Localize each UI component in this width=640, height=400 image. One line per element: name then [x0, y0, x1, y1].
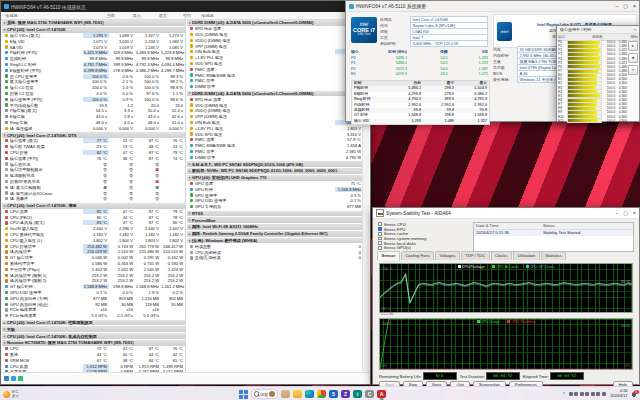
taskbar-app-icon[interactable]: A [376, 388, 387, 400]
tray-icon[interactable] [602, 392, 606, 396]
config-toolbar-icon[interactable] [18, 376, 23, 381]
sensor-row[interactable]: E核簇时钟 (平均) 4,299.8 MHz 278.9 MHz 4,386.2… [2, 67, 185, 73]
sensor-row[interactable]: +1.8V PLL 电压 1.804 V [187, 55, 363, 61]
checkbox-icon[interactable] [378, 227, 382, 231]
sensor-section-header[interactable]: 网络: Intel Wi-Fi 6E AX211 160MHz [187, 224, 363, 230]
checkbox-icon[interactable] [378, 246, 382, 250]
sensor-row[interactable]: GPU 温度 71 °C [187, 181, 363, 187]
sensor-row[interactable]: CPU 温度 82 °C 47 °C 87 °C 79 °C [2, 209, 185, 215]
sensor-section-header[interactable]: S.M.A.R.T.: WD PC SN740 SDDPNQD-512G-100… [187, 161, 363, 167]
start-button[interactable] [238, 389, 248, 399]
sensor-row[interactable]: GPU 内存已用 (专用) 877 MB 853 MB 1,216 MB 902… [2, 295, 185, 301]
summary-titlebar[interactable]: HWiNFO64 v7.46-5110 系统摘要 – ▢ × [346, 1, 639, 12]
sensor-row[interactable]: 核心热节流 否 否 否 [2, 161, 185, 167]
taskbar-app-icon[interactable] [316, 388, 327, 400]
core-monitor-button[interactable]: ► [628, 41, 638, 51]
sensor-row[interactable]: CPU 封装 82 °C 47 °C 87 °C 79 °C [2, 150, 185, 156]
sensor-row[interactable]: IA 内核功率 (限制 1) 253.2 W 253.2 W 253.2 W 2… [2, 272, 185, 278]
sensor-row[interactable]: SA VID 1.073 V 1.019 V 1.246 V 1.081 V [2, 44, 185, 50]
sensor-row[interactable]: 总线时钟 99.8 MHz 99.8 MHz 99.8 MHz 99.8 MHz [2, 56, 185, 62]
sensor-row[interactable]: GPU D3D 使用率 0.1 % [187, 198, 363, 204]
sensor-row[interactable]: CPU (PECI) 80 °C 44 °C 87 °C 78 °C [2, 214, 185, 220]
aida-tab[interactable]: Clocks [491, 251, 512, 260]
sensor-row[interactable]: GPU 内存已用 (动态) 92 MB 90 MB 118 MB 95 MB [2, 301, 185, 307]
sensor-section-header[interactable]: RTSS [187, 211, 363, 217]
tray-icon[interactable] [574, 392, 578, 396]
sensor-row[interactable]: VDDQ (DIMM) 电压 1.436 V [187, 108, 363, 114]
widgets-weather[interactable]: 8°C 多云 [3, 390, 43, 399]
sensor-row[interactable]: VPP (DIMM) 电压 1.798 V [187, 114, 363, 120]
sensor-row[interactable]: VDD (DIMM) 电压 1.435 V [187, 102, 363, 108]
hwinfo-sensors-titlebar[interactable]: HWiNFO64 v7.46-5110 传感器状态 ⚙ – × [1, 1, 370, 12]
core-monitor-button[interactable]: ≡ [628, 65, 638, 75]
sensor-row[interactable]: 系统代理功率 0.586 W 0.363 W 0.741 W 0.590 W [2, 261, 185, 267]
sensor-row[interactable]: VDD (DIMM) 电压 1.436 V [187, 32, 363, 38]
taskbar-app-icon[interactable] [280, 388, 291, 400]
col-sensor[interactable]: 传感器 [1, 13, 91, 18]
search-input[interactable]: 搜索 [251, 389, 278, 399]
sensor-section-header[interactable]: CPU [#0]: Intel Core i7-14700K: 性能限制原因 [2, 320, 185, 326]
sensor-row[interactable]: GT 核心功率 0.046 W 0.002 W 0.291 W 0.162 W [2, 255, 185, 261]
sensor-row[interactable]: CPU 内部错误 0 [187, 249, 363, 255]
sensor-section-header[interactable]: PresentMon [187, 217, 363, 223]
sensor-row[interactable]: CPU IA 内核 (最大) 83 °C 47 °C 87 °C 80 °C [2, 220, 185, 226]
sensor-row[interactable]: VIN Bulk 电压 5.044 V [187, 120, 363, 126]
checkbox-icon[interactable] [378, 232, 382, 236]
sensor-row[interactable]: PMIC 功率 2.399 W [187, 78, 363, 84]
aida-tab[interactable]: Cooling Fans [401, 251, 434, 260]
sensor-row[interactable]: CPU 风扇 1,612 RPM 0 RPM 1,913 RPM 1,499 R… [2, 363, 185, 369]
col-sensor-2[interactable]: 传感器 [197, 13, 311, 18]
sensor-row[interactable]: IA: 电气设计点/ICCmax 否 否 否 [2, 190, 185, 196]
sensor-row[interactable]: PCIe 链路宽度 x16 x16 x16 [2, 307, 185, 313]
sensor-row[interactable]: 平均活动核心数 19.9 1.2 20.0 19.6 [2, 102, 185, 108]
sensor-row[interactable]: 核心 C0 驻留 100.0 % 1.4 % 100.0 % 98.8 % [2, 85, 185, 91]
maximize-icon[interactable]: ▢ [623, 3, 628, 9]
sensor-row[interactable]: PMIC SWA/SWB 电流 1.658 A [187, 143, 363, 149]
checkbox-icon[interactable] [378, 241, 382, 245]
sensor-row[interactable]: Ring/LLC 时钟 4,791.7 MHz 399.9 MHz 4,792.… [2, 62, 185, 68]
sensor-row[interactable]: E核 VID 1.071 V 1.020 V 1.234 V 1.082 V [2, 38, 185, 44]
tray-chevron-icon[interactable]: ⌃ [562, 391, 566, 397]
sensor-section-header[interactable]: 系统: 微星 MAG Z790 TOMAHAWK WIFI (MS-7D91) [2, 20, 185, 26]
maximize-icon[interactable]: ▢ [623, 210, 628, 216]
sensor-row[interactable]: PMIC 温度 57.9 °C [187, 137, 363, 143]
sensor-row[interactable]: 错误总数 0 [187, 243, 363, 249]
sensor-row[interactable]: VccIN 输入电压 2.400 V 2.296 V 2.440 V 2.407… [2, 226, 185, 232]
aida64-titlebar[interactable]: System Stability Test - AIDA64 – ▢ × [373, 208, 639, 219]
sensor-row[interactable]: GPU 使用率 0.3 % [187, 192, 363, 198]
sensor-row[interactable]: VDDQ (DIMM) 电压 1.435 V [187, 37, 363, 43]
sensor-row[interactable]: CPU 系统代理电压 1.182 V 1.182 V 1.182 V 1.182… [2, 232, 185, 238]
aida-tab[interactable]: TDP / TDC [461, 251, 490, 260]
taskbar-app-icon[interactable]: Z [340, 388, 351, 400]
clock-toolbar-icon[interactable] [4, 376, 9, 381]
sensor-row[interactable]: PMIC SWA/SWB 电流 1.672 A [187, 72, 363, 78]
taskbar-app-icon[interactable]: i [352, 388, 363, 400]
sensor-row[interactable]: IA 内核功率 216.019 W 1.510 W 225.480 W 210.… [2, 249, 185, 255]
checkbox-icon[interactable] [378, 222, 382, 226]
aida-tab[interactable]: Voltages [435, 251, 460, 260]
close-icon[interactable]: × [634, 27, 636, 32]
log-row[interactable]: 2024/4/17 0:21:36 Stability Test Started [474, 230, 633, 236]
taskbar-app-icon[interactable]: C [364, 388, 375, 400]
sensor-row[interactable]: 核心温度 (平均) 76 °C 36 °C 87 °C 74 °C [2, 155, 185, 161]
sensor-section-header[interactable]: 驱动器: NVMe: WD PC SN740 SDDPNQD-512G-1006… [187, 168, 363, 174]
avatar[interactable] [269, 391, 275, 397]
sensor-row[interactable]: PMIC 功率 2.381 W [187, 149, 363, 155]
test-log-list[interactable]: Date & Time Status 2024/4/17 0:21:36 Sta… [473, 222, 634, 252]
sensor-row[interactable]: IA 内核功率 (限制 2) 253.2 W 253.2 W 253.2 W 2… [2, 278, 185, 284]
sensor-row[interactable]: PCIe 链路速度 5.0 GT/s 2.5 GT/s 5.0 GT/s [2, 313, 185, 319]
sensor-row[interactable]: 电流限制节流 否 否 否 [2, 173, 185, 179]
sensor-row[interactable]: P核时钟 (平均) 5,421.9 MHz 329.8 MHz 5,484.9 … [2, 50, 185, 56]
sensor-row[interactable]: DIMM 功率 4.790 W [187, 154, 363, 160]
sensor-section-header[interactable]: 主板 [2, 326, 185, 332]
sensor-row[interactable]: 封装 C2 驻留 0.0 % 0.0 % 97.6 % 1.1 % [2, 91, 185, 97]
sensor-row[interactable]: SPD Hub 温度 55.1 °C [187, 96, 363, 102]
tray-icon[interactable] [591, 392, 595, 396]
sensor-row[interactable]: IA: 热事件 否 否 否 [2, 196, 185, 202]
sensor-row[interactable]: 核心功率限制超出 否 否 是 [2, 167, 185, 173]
sensor-row[interactable]: SPD Hub 温度 54.8 °C [187, 26, 363, 32]
sensor-row[interactable]: GPU 专用内存 877 MB [187, 204, 363, 210]
close-icon[interactable]: × [633, 3, 636, 9]
col-avg[interactable]: 平均 [169, 13, 193, 18]
sensor-row[interactable]: Ring 倍频 48.0 x 4.0 x 48.0 x 41.0 x [2, 120, 185, 126]
